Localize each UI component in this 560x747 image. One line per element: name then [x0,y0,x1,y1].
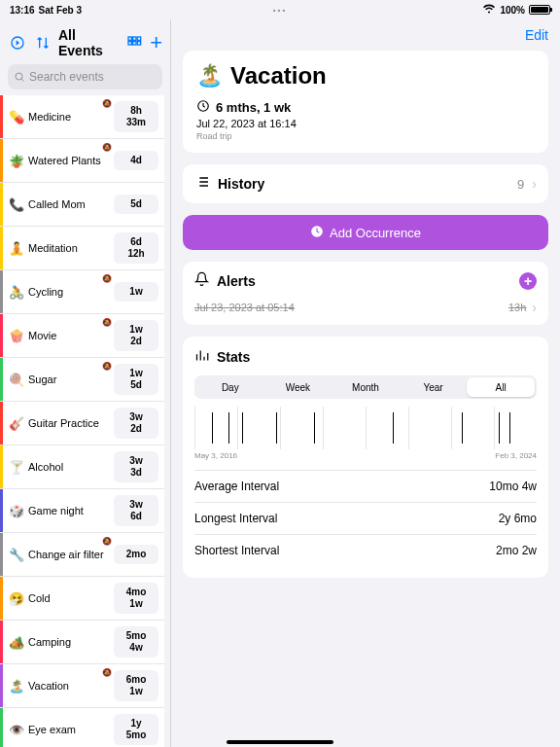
list-item[interactable]: 🎲 Game night 3w 6d [0,489,164,533]
event-emoji: 🎸 [9,416,24,431]
event-emoji: 🤧 [9,591,24,606]
sidebar: All Events + Search events 💊 Medicine 🔕 … [0,19,171,747]
event-elapsed: 3w 6d [114,495,158,526]
status-time: 13:16 [10,5,35,16]
stats-tab-year[interactable]: Year [400,377,468,397]
history-label: History [218,176,509,192]
event-name: Called Mom [28,198,86,210]
search-placeholder: Search events [29,70,104,84]
event-elapsed: 3w 2d [114,408,158,439]
bell-off-icon: 🔕 [102,537,112,546]
bell-off-icon: 🔕 [102,274,112,283]
list-item[interactable]: 🧘 Meditation 6d 12h [0,227,164,270]
event-label: 🤧 Cold [3,591,114,606]
list-item[interactable]: 🚴 Cycling 🔕 1w [0,270,164,314]
event-name: Cycling [28,286,63,298]
event-emoji: 💊 [9,110,24,124]
event-name: Guitar Practice [28,417,99,429]
chevron-right-icon: › [532,176,537,192]
edit-button[interactable]: Edit [525,27,548,43]
event-label: 🧘 Meditation [3,241,114,256]
add-occurrence-label: Add Occurrence [330,226,421,240]
battery-icon [529,5,550,15]
add-alert-button[interactable]: + [519,272,537,290]
event-emoji: 🍸 [9,460,24,475]
add-occurrence-button[interactable]: Add Occurrence [183,215,548,250]
list-item[interactable]: 🍿 Movie 🔕 1w 2d [0,314,164,358]
event-elapsed: 6d 12h [114,232,158,264]
clock-icon [196,99,210,116]
stat-key: Shortest Interval [194,544,496,557]
bell-off-icon: 🔕 [102,362,112,371]
list-item[interactable]: 🍸 Alcohol 3w 3d [0,445,164,489]
event-label: 👁️ Eye exam [3,723,114,737]
alert-item[interactable]: Jul 23, 2023 at 05:14 13h › [194,300,537,315]
stat-row: Longest Interval 2y 6mo [194,502,537,534]
stats-tab-week[interactable]: Week [264,377,332,397]
stat-key: Average Interval [194,480,489,493]
list-item[interactable]: 🏝️ Vacation 🔕 6mo 1w [0,664,164,708]
timeline-mark [393,412,394,444]
stats-card: Stats DayWeekMonthYearAll May 3, 2016 Fe… [183,337,548,578]
stat-row: Average Interval 10mo 4w [194,470,537,502]
history-row[interactable]: History 9 › [183,164,548,203]
timeline-mark [212,412,213,444]
page-title: Vacation [230,62,327,89]
bell-off-icon: 🔕 [102,668,112,677]
event-emoji: 🔧 [9,548,24,562]
bell-off-icon: 🔕 [102,318,112,327]
add-event-button[interactable]: + [150,32,162,53]
event-elapsed: 1y 5mo [114,714,158,745]
list-icon [194,174,210,194]
multitasking-dots: ••• [273,6,287,15]
event-emoji: 🏝️ [196,63,223,89]
list-item[interactable]: 🔧 Change air filter 🔕 2mo [0,533,164,577]
alerts-label: Alerts [217,273,511,289]
list-item[interactable]: 🪴 Watered Plants 🔕 4d [0,139,164,183]
event-label: 🎲 Game night [3,504,114,518]
stats-segmented[interactable]: DayWeekMonthYearAll [194,375,537,399]
search-input[interactable]: Search events [8,64,162,89]
list-item[interactable]: 🎸 Guitar Practice 3w 2d [0,402,164,445]
timeline-end: Feb 3, 2024 [495,451,537,460]
list-item[interactable]: 🏕️ Camping 5mo 4w [0,621,164,664]
event-label: 🍿 Movie [3,329,114,343]
event-name: Meditation [28,242,78,254]
list-item[interactable]: 💊 Medicine 🔕 8h 33m [0,95,164,139]
stats-tab-month[interactable]: Month [332,377,400,397]
svg-rect-4 [128,42,131,45]
event-label: 🚴 Cycling [3,285,114,300]
event-elapsed: 2mo [114,545,158,564]
event-emoji: 👁️ [9,723,24,737]
alerts-card: Alerts + Jul 23, 2023 at 05:14 13h › [183,262,548,325]
event-emoji: 🪴 [9,154,24,168]
list-item[interactable]: 👁️ Eye exam 1y 5mo [0,708,164,747]
list-item[interactable]: 🤧 Cold 4mo 1w [0,577,164,621]
filter-icon[interactable] [8,33,27,53]
grid-icon[interactable] [124,33,144,53]
detail-pane: Edit 🏝️ Vacation 6 mths, 1 wk Jul 22, 20… [171,19,560,747]
stat-value: 2mo 2w [496,544,537,557]
event-emoji: 🍭 [9,373,24,387]
stats-timeline [194,407,537,449]
stats-tab-day[interactable]: Day [196,377,264,397]
event-elapsed: 1w [114,282,158,302]
sort-icon[interactable] [33,33,52,53]
stat-value: 10mo 4w [489,480,537,493]
event-emoji: 🚴 [9,285,24,300]
svg-rect-5 [133,42,136,45]
timeline-mark [509,412,510,444]
bars-icon [194,348,209,366]
list-item[interactable]: 📞 Called Mom 5d [0,183,164,227]
filter-title: All Events [58,27,119,58]
stats-tab-all[interactable]: All [467,377,535,397]
timeline-mark [242,412,243,444]
list-item[interactable]: 🍭 Sugar 🔕 1w 5d [0,358,164,402]
svg-rect-3 [137,37,140,40]
filter-dropdown[interactable]: All Events [58,27,119,58]
timeline-mark [462,412,463,444]
event-elapsed: 4d [114,151,158,170]
event-elapsed: 1w 5d [114,364,158,395]
event-name: Medicine [28,111,71,123]
alert-relative: 13h [508,302,526,313]
